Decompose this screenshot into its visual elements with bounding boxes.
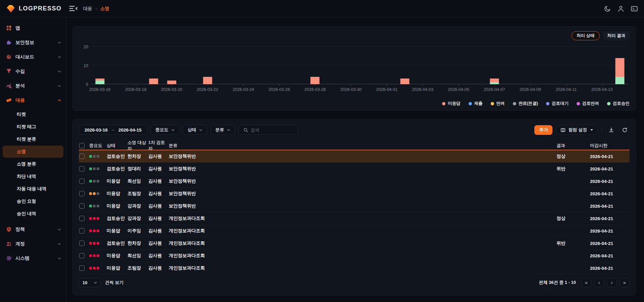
table-row[interactable]: 미응답최선임김사원개인정보과다조회2026-04-21 <box>79 250 630 262</box>
column-header[interactable]: 소명 대상자 <box>127 140 148 152</box>
sidebar-item[interactable]: 보안정보 <box>0 35 66 50</box>
legend-item[interactable]: 제출 <box>469 101 483 106</box>
column-header[interactable]: 마감시한 <box>590 143 630 149</box>
severity-dot <box>89 167 92 170</box>
sidebar-subitem[interactable]: 자동 대응 내역 <box>3 183 63 195</box>
date-from[interactable]: 2026-03-16 <box>85 128 108 133</box>
select-all-checkbox[interactable] <box>79 143 85 148</box>
column-header[interactable]: 결과 <box>556 143 590 149</box>
add-button[interactable]: 추가 <box>534 125 552 135</box>
sidebar-item[interactable]: 수집 <box>0 64 66 79</box>
table-footer: 10 건씩 보기 전체 36건 중 1 - 10 « ‹ › » <box>79 278 630 287</box>
legend-item[interactable]: 검토반려 <box>577 101 599 106</box>
stacked-bar[interactable] <box>311 77 320 84</box>
sidebar-item[interactable]: 정책 <box>0 222 66 237</box>
legend-item[interactable]: 완료(전결) <box>513 101 538 106</box>
stacked-bar[interactable] <box>615 58 625 84</box>
column-header[interactable]: 중요도 <box>89 143 107 149</box>
search-input[interactable] <box>251 128 291 133</box>
stacked-bar[interactable] <box>400 79 409 84</box>
row-checkbox[interactable] <box>79 166 85 171</box>
legend-label: 검토반려 <box>582 101 599 106</box>
next-page-button[interactable]: › <box>607 278 617 287</box>
severity-dot <box>93 230 96 232</box>
column-header[interactable]: 1차 검토자 <box>148 140 169 152</box>
row-checkbox[interactable] <box>79 154 85 159</box>
row-checkbox[interactable] <box>79 191 85 196</box>
table-row[interactable]: 미응답조팀장김사원보안정책위반2026-04-21 <box>79 188 630 200</box>
row-checkbox[interactable] <box>79 216 85 221</box>
row-checkbox[interactable] <box>79 228 85 234</box>
row-checkbox[interactable] <box>79 179 85 184</box>
stacked-bar[interactable] <box>490 79 499 84</box>
date-to[interactable]: 2026-04-15 <box>118 128 142 133</box>
stacked-bar[interactable] <box>167 81 176 84</box>
chevron-down-icon <box>57 228 61 232</box>
last-page-button[interactable]: » <box>620 278 630 287</box>
refresh-button[interactable] <box>620 125 630 135</box>
search-box[interactable] <box>238 125 298 135</box>
filter-dropdown[interactable]: 중요도 <box>151 125 179 135</box>
sidebar-subitem[interactable]: 티켓 <box>3 108 63 120</box>
sidebar-subitem[interactable]: 소명 <box>3 146 63 158</box>
stacked-bar[interactable] <box>203 77 212 84</box>
table-row[interactable]: 검토승인강과장김사원개인정보과다조회정상2026-04-21 <box>79 212 630 225</box>
breadcrumb-page[interactable]: 소명 <box>100 6 109 12</box>
first-page-button[interactable]: « <box>581 278 591 287</box>
cell-target: 강과장 <box>127 203 148 209</box>
column-settings-button[interactable]: 컬럼 설정 <box>556 125 598 135</box>
stacked-bar[interactable] <box>95 79 104 84</box>
chevron-up-icon <box>57 98 61 102</box>
table-row[interactable]: 검토승인한차장김사원보안정책위반정상2026-04-21 <box>79 150 630 163</box>
legend-item[interactable]: 검토승인 <box>607 101 630 106</box>
export-download-button[interactable] <box>606 125 616 135</box>
row-checkbox[interactable] <box>79 253 85 258</box>
filter-dropdown-label: 상태 <box>187 127 196 133</box>
sidebar-subitem[interactable]: 승인 내역 <box>3 208 63 220</box>
severity-indicator <box>89 217 107 220</box>
brand[interactable]: LOGPRESSO <box>6 4 62 13</box>
row-checkbox[interactable] <box>79 241 85 246</box>
severity-dot <box>97 230 99 232</box>
row-checkbox[interactable] <box>79 203 85 209</box>
column-header[interactable]: 상태 <box>107 143 127 149</box>
sidebar-item[interactable]: 대응 <box>0 93 66 107</box>
sidebar-item[interactable]: 계정 <box>0 237 66 251</box>
sidebar-item[interactable]: 대시보드 <box>0 50 66 64</box>
legend-item[interactable]: 반려 <box>491 101 505 106</box>
date-range-picker[interactable]: 2026-03-16 ~ 2026-04-15 <box>79 125 147 135</box>
chart-toggle-group: 처리 상태처리 결과 <box>572 31 630 40</box>
cell-category: 보안정책위반 <box>169 191 556 197</box>
table-row[interactable]: 검토승인정대리김사원보안정책위반위반2026-04-21 <box>79 163 630 175</box>
legend-item[interactable]: 검토대기 <box>546 101 569 106</box>
bar-segment <box>490 79 499 82</box>
stacked-bar[interactable] <box>149 79 158 84</box>
chart-toggle[interactable]: 처리 결과 <box>602 31 630 40</box>
sidebar-subitem[interactable]: 티켓 분류 <box>3 133 63 145</box>
table-row[interactable]: 미응답이주임김사원개인정보과다조회2026-04-21 <box>79 225 630 237</box>
sidebar-subitem[interactable]: 승인 요청 <box>3 195 63 207</box>
breadcrumb-section[interactable]: 대응 <box>83 6 92 12</box>
filter-dropdown[interactable]: 분류 <box>211 125 235 135</box>
license-card-icon[interactable] <box>631 5 638 12</box>
dark-mode-moon-icon[interactable] <box>604 5 611 12</box>
row-checkbox[interactable] <box>79 265 85 271</box>
filter-dropdown[interactable]: 상태 <box>183 125 207 135</box>
page-size-select[interactable]: 10 <box>79 278 101 287</box>
sidebar-collapse-icon[interactable] <box>69 5 78 12</box>
table-row[interactable]: 미응답최선임김사원보안정책위반2026-04-21 <box>79 175 630 188</box>
table-row[interactable]: 미응답강과장김사원보안정책위반2026-04-21 <box>79 200 630 212</box>
sidebar-item[interactable]: 분석 <box>0 79 66 93</box>
table-row[interactable]: 미응답조팀장김사원개인정보과다조회2026-04-21 <box>79 262 630 274</box>
table-row[interactable]: 검토승인한차장김사원개인정보과다조회위반2026-04-21 <box>79 237 630 250</box>
sidebar-subitem[interactable]: 티켓 태그 <box>3 121 63 133</box>
prev-page-button[interactable]: ‹ <box>594 278 604 287</box>
user-account-icon[interactable] <box>617 5 625 12</box>
sidebar-subitem[interactable]: 소명 분류 <box>3 158 63 170</box>
sidebar-subitem[interactable]: 차단 내역 <box>3 170 63 183</box>
column-header[interactable]: 분류 <box>169 143 556 149</box>
chart-toggle[interactable]: 처리 상태 <box>572 31 599 40</box>
legend-item[interactable]: 미응답 <box>442 101 461 106</box>
sidebar-item[interactable]: 시스템 <box>0 251 66 265</box>
sidebar-item[interactable]: 앱 <box>0 21 66 35</box>
